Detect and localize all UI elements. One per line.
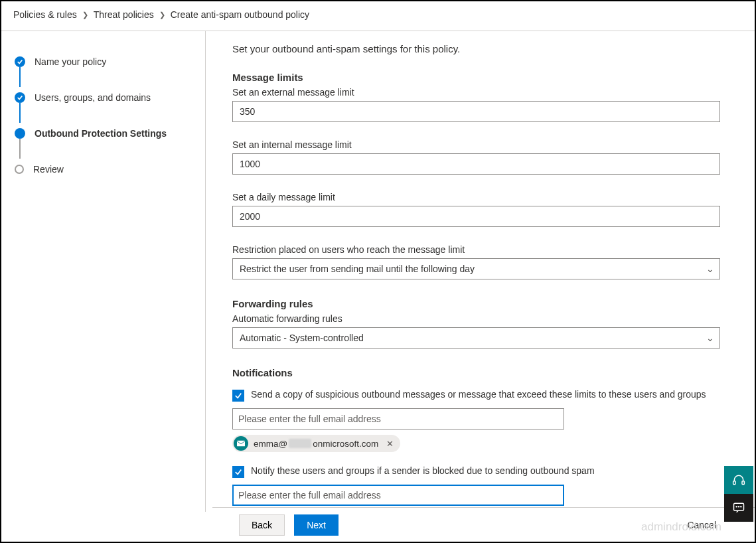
step-label: Name your policy <box>35 56 106 67</box>
external-limit-input[interactable] <box>232 101 720 122</box>
section-notifications: Notifications <box>232 367 720 378</box>
page-intro: Set your outbound anti-spam settings for… <box>232 43 720 54</box>
chevron-down-icon: ⌄ <box>706 333 714 343</box>
email-input-notify[interactable]: Please enter the full email address <box>232 485 564 506</box>
section-forwarding: Forwarding rules <box>232 298 720 309</box>
headset-icon[interactable] <box>724 466 753 494</box>
chips-copy: emma@onmicrosoft.com ✕ <box>232 435 720 452</box>
recipient-chip: emma@onmicrosoft.com ✕ <box>232 435 400 452</box>
main-panel: Set your outbound anti-spam settings for… <box>206 31 755 512</box>
restriction-value: Restrict the user from sending mail unti… <box>240 264 475 274</box>
checkbox-notify-label: Notify these users and groups if a sende… <box>251 465 595 476</box>
upcoming-step-dot <box>15 165 24 174</box>
next-button[interactable]: Next <box>294 514 339 536</box>
chevron-down-icon: ⌄ <box>706 264 714 274</box>
internal-limit-input[interactable] <box>232 153 720 175</box>
step-label: Review <box>33 164 64 175</box>
svg-point-7 <box>736 506 737 507</box>
feedback-icon[interactable] <box>724 494 753 522</box>
breadcrumb-item: Create anti-spam outbound policy <box>171 9 309 20</box>
footer: Back Next Cancel <box>212 507 755 542</box>
step-outbound-settings[interactable]: Outbound Protection Settings <box>15 125 192 141</box>
step-review[interactable]: Review <box>15 161 192 177</box>
auto-forwarding-value: Automatic - System-controlled <box>240 333 364 343</box>
checkbox-copy-label: Send a copy of suspicious outbound messa… <box>251 389 706 400</box>
daily-limit-label: Set a daily message limit <box>232 192 720 202</box>
step-users-groups[interactable]: Users, groups, and domains <box>15 90 192 106</box>
svg-point-8 <box>739 506 739 507</box>
svg-rect-4 <box>733 481 735 485</box>
current-step-dot <box>15 128 25 139</box>
auto-forwarding-label: Automatic forwarding rules <box>232 313 720 324</box>
step-name-policy[interactable]: Name your policy <box>15 54 192 70</box>
restriction-label: Restriction placed on users who reach th… <box>232 244 720 255</box>
restriction-select[interactable]: Restrict the user from sending mail unti… <box>232 258 720 279</box>
wizard-steps: Name your policy Users, groups, and doma… <box>1 31 206 512</box>
chip-suffix: onmicrosoft.com <box>313 439 378 449</box>
svg-rect-5 <box>742 481 744 485</box>
section-message-limits: Message limits <box>232 72 720 83</box>
check-icon <box>15 92 25 103</box>
svg-point-9 <box>741 506 741 507</box>
mail-icon <box>234 436 248 451</box>
checkbox-copy-suspicious[interactable] <box>232 390 244 402</box>
step-label: Users, groups, and domains <box>35 92 151 103</box>
redacted <box>289 439 311 448</box>
back-button[interactable]: Back <box>239 514 285 536</box>
chevron-right-icon: ❯ <box>82 11 88 19</box>
external-limit-label: Set an external message limit <box>232 87 720 98</box>
auto-forwarding-select[interactable]: Automatic - System-controlled ⌄ <box>232 327 720 349</box>
step-label: Outbound Protection Settings <box>35 128 167 139</box>
email-input-copy[interactable]: Please enter the full email address <box>232 408 564 429</box>
internal-limit-label: Set an internal message limit <box>232 139 720 150</box>
chevron-right-icon: ❯ <box>159 11 165 19</box>
side-actions <box>724 466 753 522</box>
breadcrumb-item[interactable]: Policies & rules <box>13 9 77 20</box>
svg-rect-0 <box>237 441 245 447</box>
cancel-button[interactable]: Cancel <box>675 514 728 536</box>
remove-chip-icon[interactable]: ✕ <box>384 439 396 449</box>
daily-limit-input[interactable] <box>232 206 720 227</box>
checkbox-notify-blocked[interactable] <box>232 466 244 478</box>
chip-prefix: emma@ <box>254 439 287 449</box>
check-icon <box>15 56 25 67</box>
breadcrumb-item[interactable]: Threat policies <box>94 9 154 20</box>
breadcrumb: Policies & rules ❯ Threat policies ❯ Cre… <box>1 1 755 31</box>
